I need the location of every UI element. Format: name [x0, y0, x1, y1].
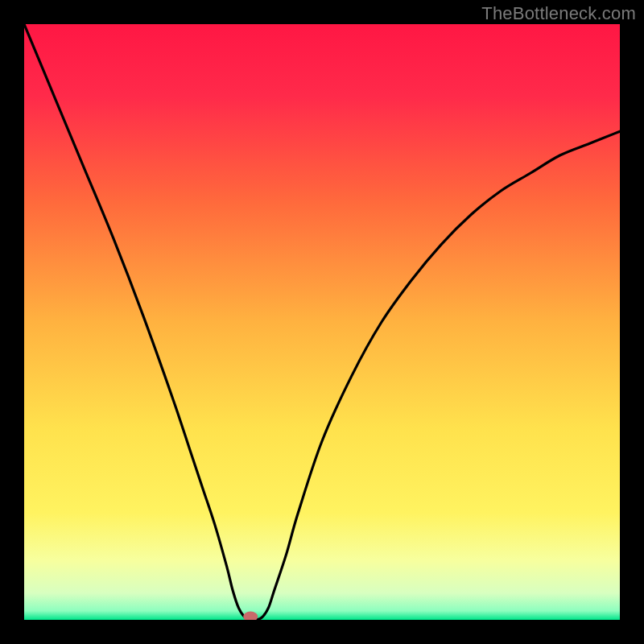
- bottleneck-chart: [24, 24, 620, 620]
- chart-frame: TheBottleneck.com: [0, 0, 644, 644]
- gradient-background: [24, 24, 620, 620]
- watermark-label: TheBottleneck.com: [481, 3, 636, 24]
